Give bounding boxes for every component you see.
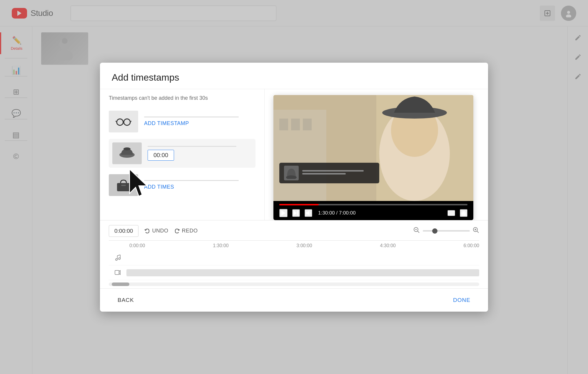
timeline-scrollbar[interactable] (109, 282, 479, 286)
total-time: 7:00:00 (339, 210, 356, 216)
timestamp-details-2 (148, 146, 252, 161)
scrollbar-thumb (112, 282, 129, 286)
zoom-slider[interactable] (423, 230, 470, 232)
zoom-out-icon[interactable] (413, 227, 420, 235)
add-timestamp-link-3[interactable]: ADD TIMES (144, 184, 174, 190)
zoom-slider-thumb (432, 228, 437, 234)
time-display: 1:30:00 / 7:00:00 (318, 210, 356, 216)
timestamp-item-1: ADD TIMESTAMP (109, 107, 255, 136)
add-timestamp-link-1[interactable]: ADD TIMESTAMP (144, 120, 189, 126)
svg-point-9 (124, 119, 130, 125)
timeline-time-display: 0:00:00 (109, 225, 138, 237)
svg-marker-29 (294, 211, 297, 215)
svg-rect-15 (117, 183, 130, 191)
timeline-mark-0: 0:00:00 (129, 243, 145, 248)
volume-button[interactable] (305, 209, 312, 217)
timestamp-item-3: ADD TIMES (109, 171, 255, 200)
timeline-mark-2: 3:00:00 (296, 243, 312, 248)
video-overlay-card (279, 163, 379, 183)
modal-title: Add timestamps (112, 72, 476, 83)
svg-point-43 (118, 258, 120, 260)
modal-body: Timestamps can't be added in the first 3… (100, 89, 488, 220)
cc-button[interactable]: CC (447, 210, 455, 216)
redo-button[interactable]: REDO (174, 228, 198, 234)
add-timestamps-modal: Add timestamps Timestamps can't be added… (100, 63, 488, 312)
music-track-label (109, 251, 126, 265)
svg-line-41 (477, 231, 479, 233)
svg-point-42 (116, 259, 117, 260)
zoom-control (413, 227, 479, 235)
svg-rect-16 (121, 185, 126, 186)
timeline-ruler: 0:00:00 1:30:00 3:00:00 4:30:00 6:00:00 (109, 240, 479, 251)
timestamp-line-1 (144, 117, 239, 117)
back-button[interactable]: BACK (112, 294, 140, 306)
modal-overlay: Add timestamps Timestamps can't be added… (0, 0, 588, 374)
controls-row: 1:30:00 / 7:00:00 CC (279, 209, 467, 217)
svg-rect-25 (291, 119, 300, 130)
svg-point-8 (117, 119, 123, 125)
video-screen (273, 95, 473, 201)
svg-text:CC: CC (450, 212, 453, 215)
timeline-tracks (109, 251, 479, 280)
zoom-in-icon[interactable] (473, 227, 479, 235)
video-panel: 1:30:00 / 7:00:00 CC (265, 89, 488, 220)
thumb-bag-content (109, 174, 138, 196)
overlay-bar-long (302, 170, 364, 172)
video-track-label (109, 265, 126, 280)
thumb-hat-content (112, 142, 142, 164)
video-background (273, 95, 473, 201)
timestamp-line-3 (144, 180, 239, 181)
track-label-col (109, 251, 126, 280)
svg-line-37 (417, 231, 419, 233)
time-separator: / (336, 210, 339, 216)
progress-bar[interactable] (279, 204, 467, 205)
timestamps-panel: Timestamps can't be added in the first 3… (100, 89, 265, 220)
video-controls: 1:30:00 / 7:00:00 CC (273, 201, 473, 220)
timeline-mark-1: 1:30:00 (213, 243, 228, 248)
svg-rect-30 (297, 211, 298, 215)
timestamp-details-1: ADD TIMESTAMP (144, 117, 255, 127)
svg-marker-28 (281, 210, 285, 216)
svg-rect-26 (303, 119, 312, 130)
settings-button[interactable] (460, 209, 467, 217)
controls-right: CC (447, 209, 467, 217)
modal-footer: BACK DONE (100, 288, 488, 312)
timestamp-details-3: ADD TIMES (144, 180, 255, 190)
undo-button[interactable]: UNDO (144, 228, 168, 234)
svg-marker-48 (119, 270, 120, 275)
timestamp-item-2 (109, 139, 255, 168)
track-content-col (126, 251, 479, 280)
overlay-bar-short (302, 173, 346, 174)
overlay-bars (302, 170, 375, 176)
timestamps-note: Timestamps can't be added in the first 3… (109, 95, 255, 101)
svg-line-46 (117, 255, 120, 256)
progress-fill (279, 204, 319, 205)
svg-point-14 (123, 147, 131, 150)
done-button[interactable]: DONE (447, 294, 476, 306)
video-player: 1:30:00 / 7:00:00 CC (273, 95, 473, 220)
app-background: Studio ✏️ Details (0, 0, 588, 374)
current-time: 1:30:00 (318, 210, 335, 216)
svg-marker-31 (306, 211, 309, 215)
skip-button[interactable] (292, 209, 300, 217)
timeline-toolbar: 0:00:00 UNDO REDO (109, 225, 479, 237)
timestamp-thumb-1 (109, 111, 138, 132)
timestamp-thumb-2 (112, 142, 142, 164)
timeline-mark-3: 4:30:00 (380, 243, 395, 248)
track-row-music (126, 251, 479, 265)
timestamp-input-container (148, 150, 252, 161)
timeline-marks: 0:00:00 1:30:00 3:00:00 4:30:00 6:00:00 (126, 243, 479, 248)
play-button[interactable] (279, 209, 288, 217)
timeline-section: 0:00:00 UNDO REDO (100, 220, 488, 288)
svg-rect-47 (115, 270, 119, 275)
thumb-glasses-content (109, 111, 138, 132)
track-bar-video (126, 269, 479, 276)
track-row-video (126, 265, 479, 280)
svg-rect-24 (279, 119, 288, 130)
timestamp-thumb-3 (109, 174, 138, 196)
timestamp-time-input[interactable] (148, 150, 174, 161)
modal-header: Add timestamps (100, 63, 488, 89)
timestamp-line-2 (148, 146, 236, 147)
timeline-mark-4: 6:00:00 (464, 243, 479, 248)
overlay-thumb (284, 166, 299, 180)
